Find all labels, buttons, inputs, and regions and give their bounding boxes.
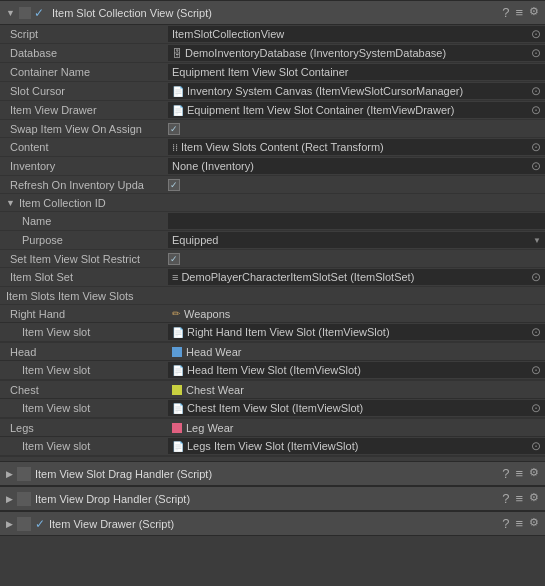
refresh-inventory-checkbox[interactable] [168,179,180,191]
legs-value: Leg Wear [168,421,545,435]
db-target-btn[interactable]: ⊙ [527,46,541,60]
chest-value: Chest Wear [168,383,545,397]
value-item-view-drawer[interactable]: 📄 Equipment Item View Slot Container (It… [168,102,545,118]
drag-help-icon[interactable]: ? [502,466,509,481]
label-refresh-inventory: Refresh On Inventory Upda [0,179,168,191]
label-swap-item-view: Swap Item View On Assign [0,123,168,135]
chest-item-view-text: Chest Item View Slot (ItemViewSlot) [187,402,363,414]
drag-handler-section[interactable]: ▶ Item View Slot Drag Handler (Script) ?… [0,461,545,486]
drop-settings-icon[interactable]: ⚙ [529,491,539,506]
container-name-text: Equipment Item View Slot Container [172,66,349,78]
legs-text: Leg Wear [186,422,234,434]
item-slots-header: Item Slots Item View Slots [0,287,545,305]
chest-target-btn[interactable]: ⊙ [527,401,541,415]
head-item-view-text: Head Item View Slot (ItemViewSlot) [187,364,361,376]
value-name[interactable] [168,213,545,229]
drawer-check[interactable]: ✓ [35,517,45,531]
right-hand-header: Right Hand ✏ Weapons [0,305,545,323]
swap-item-checkbox[interactable] [168,123,180,135]
label-chest-item-view: Item View slot [0,402,168,414]
help-icon[interactable]: ? [502,5,509,20]
legs-item-view-text: Legs Item View Slot (ItemViewSlot) [187,440,358,452]
right-hand-target-btn[interactable]: ⊙ [527,325,541,339]
inventory-text: None (Inventory) [172,160,254,172]
row-set-restrict: Set Item View Slot Restrict [0,250,545,268]
head-value: Head Wear [168,345,545,359]
legs-label: Legs [0,422,168,434]
label-legs-item-view: Item View slot [0,440,168,452]
label-name: Name [0,215,168,227]
cursor-target-btn[interactable]: ⊙ [527,84,541,98]
value-chest-item-view[interactable]: 📄 Chest Item View Slot (ItemViewSlot) ⊙ [168,400,545,416]
row-script: Script ItemSlotCollectionView ⊙ [0,25,545,44]
collection-id-label: Item Collection ID [19,197,106,209]
chest-label: Chest [0,384,168,396]
drag-header-actions: ? ≡ ⚙ [502,466,539,481]
menu-icon[interactable]: ≡ [515,5,523,20]
head-target-btn[interactable]: ⊙ [527,363,541,377]
value-legs-item-view[interactable]: 📄 Legs Item View Slot (ItemViewSlot) ⊙ [168,438,545,454]
drag-settings-icon[interactable]: ⚙ [529,466,539,481]
label-item-view-drawer: Item View Drawer [0,104,168,116]
value-container-name[interactable]: Equipment Item View Slot Container [168,64,545,80]
enabled-check[interactable]: ✓ [34,6,44,20]
value-item-slot-set[interactable]: ≡ DemoPlayerCharacterItemSlotSet (ItemSl… [168,269,545,285]
slot-group-right-hand: Right Hand ✏ Weapons Item View slot 📄 Ri… [0,305,545,343]
drop-handler-section[interactable]: ▶ Item View Drop Handler (Script) ? ≡ ⚙ [0,486,545,511]
drag-handler-title: Item View Slot Drag Handler (Script) [35,468,502,480]
drawer-arrow[interactable]: ▶ [6,519,13,529]
value-right-hand-item-view[interactable]: 📄 Right Hand Item View Slot (ItemViewSlo… [168,324,545,340]
inspector-panel: ▼ ✓ Item Slot Collection View (Script) ?… [0,0,545,536]
row-legs-item-view: Item View slot 📄 Legs Item View Slot (It… [0,437,545,456]
row-inventory: Inventory None (Inventory) ⊙ [0,157,545,176]
chest-ref-icon: 📄 [172,403,184,414]
drawer-menu-icon[interactable]: ≡ [515,516,523,531]
script-name: ItemSlotCollectionView [172,28,284,40]
item-slot-set-target-btn[interactable]: ⊙ [527,270,541,284]
legs-target-btn[interactable]: ⊙ [527,439,541,453]
content-target-btn[interactable]: ⊙ [527,140,541,154]
value-content[interactable]: ⁞⁞ Item View Slots Content (Rect Transfo… [168,139,545,155]
drawer-target-btn[interactable]: ⊙ [527,103,541,117]
drag-menu-icon[interactable]: ≡ [515,466,523,481]
drawer-section[interactable]: ▶ ✓ Item View Drawer (Script) ? ≡ ⚙ [0,511,545,536]
drawer-title: Item View Drawer (Script) [49,518,502,530]
item-collection-id-header[interactable]: ▼ Item Collection ID [0,194,545,212]
head-header: Head Head Wear [0,343,545,361]
drag-arrow[interactable]: ▶ [6,469,13,479]
value-purpose[interactable]: Equipped [168,232,545,248]
drag-icon [17,467,31,481]
slot-group-legs: Legs Leg Wear Item View slot 📄 Legs Item… [0,419,545,457]
drop-menu-icon[interactable]: ≡ [515,491,523,506]
head-color-icon [172,347,182,357]
db-icon: 🗄 [172,48,182,59]
drawer-help-icon[interactable]: ? [502,516,509,531]
value-head-item-view[interactable]: 📄 Head Item View Slot (ItemViewSlot) ⊙ [168,362,545,378]
chest-color-icon [172,385,182,395]
drop-help-icon[interactable]: ? [502,491,509,506]
script-target-btn[interactable]: ⊙ [527,27,541,41]
value-slot-cursor[interactable]: 📄 Inventory System Canvas (ItemViewSlotC… [168,83,545,99]
collapse-arrow[interactable]: ▼ [6,8,15,18]
drawer-header-actions: ? ≡ ⚙ [502,516,539,531]
slot-set-icon: ≡ [172,271,178,283]
label-container-name: Container Name [0,66,168,78]
row-swap-item-view: Swap Item View On Assign [0,120,545,138]
purpose-text: Equipped [172,234,219,246]
value-database[interactable]: 🗄 DemoInventoryDatabase (InventorySystem… [168,45,545,61]
header-actions: ? ≡ ⚙ [502,5,539,20]
drop-arrow[interactable]: ▶ [6,494,13,504]
settings-icon[interactable]: ⚙ [529,5,539,20]
set-restrict-checkbox[interactable] [168,253,180,265]
head-label: Head [0,346,168,358]
drawer-settings-icon[interactable]: ⚙ [529,516,539,531]
inventory-target-btn[interactable]: ⊙ [527,159,541,173]
right-hand-pencil-icon: ✏ [172,308,180,319]
value-inventory[interactable]: None (Inventory) ⊙ [168,158,545,174]
collection-id-arrow[interactable]: ▼ [6,198,15,208]
database-name: DemoInventoryDatabase (InventorySystemDa… [185,47,446,59]
section-title: Item Slot Collection View (Script) [52,7,502,19]
right-hand-ref-icon: 📄 [172,327,184,338]
main-section-header[interactable]: ▼ ✓ Item Slot Collection View (Script) ?… [0,0,545,25]
value-script[interactable]: ItemSlotCollectionView ⊙ [168,26,545,42]
